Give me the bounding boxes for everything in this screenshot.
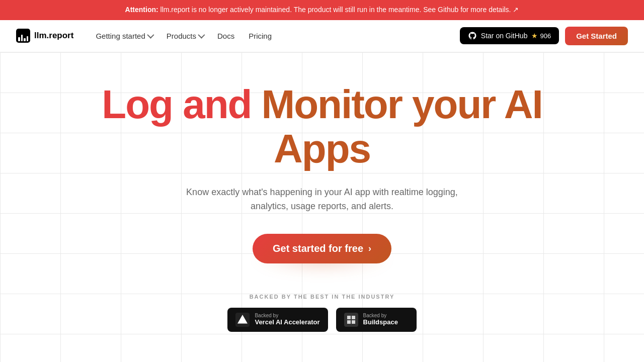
announcement-banner: Attention: llm.report is no longer activ… <box>0 0 644 20</box>
logo-icon <box>16 29 30 43</box>
announcement-arrow: ↗ <box>513 6 519 14</box>
hero-content: Log and Monitor your AI Apps Know exactl… <box>96 82 548 332</box>
hero-title-part2: Monitor your AI Apps <box>262 82 542 171</box>
logo-text: llm.report <box>34 31 73 41</box>
github-btn-label: Star on GitHub <box>481 32 528 40</box>
nav-actions: Star on GitHub ★ 906 Get Started <box>460 27 628 45</box>
vercel-icon <box>235 313 250 327</box>
buildspace-icon <box>344 313 358 327</box>
get-started-button[interactable]: Get Started <box>565 27 628 45</box>
logo-bar-3 <box>24 38 26 41</box>
github-star-count: ★ 906 <box>531 32 551 40</box>
nav-products[interactable]: Products <box>160 28 209 44</box>
logo-bar-4 <box>27 36 29 41</box>
cta-arrow-icon: › <box>368 243 371 254</box>
cta-button[interactable]: Get started for free › <box>253 234 391 263</box>
chevron-down-icon <box>198 32 205 39</box>
github-icon <box>468 31 477 40</box>
hero-section: Log and Monitor your AI Apps Know exactl… <box>0 52 644 362</box>
hero-title-part1: Log and <box>102 82 261 127</box>
hero-title: Log and Monitor your AI Apps <box>96 82 548 171</box>
backers-label: BACKED BY THE BEST IN THE INDUSTRY <box>96 294 548 300</box>
nav-links: Getting started Products Docs Pricing <box>90 28 459 44</box>
backers-logos: Backed by Vercel AI Accelerator Backed b… <box>96 308 548 332</box>
cta-wrapper: Get started for free › <box>253 234 391 263</box>
navbar-logo[interactable]: llm.report <box>16 29 73 43</box>
nav-docs[interactable]: Docs <box>211 28 240 44</box>
chevron-down-icon <box>147 32 154 39</box>
star-icon: ★ <box>531 32 538 40</box>
hero-subtitle: Know exactly what's happening in your AI… <box>171 185 473 214</box>
backer-buildspace-text: Backed by Buildspace <box>363 313 398 327</box>
backers-section: BACKED BY THE BEST IN THE INDUSTRY Backe… <box>96 294 548 332</box>
backer-vercel: Backed by Vercel AI Accelerator <box>227 308 328 332</box>
backer-buildspace: Backed by Buildspace <box>336 308 417 332</box>
navbar: llm.report Getting started Products Docs… <box>0 20 644 52</box>
nav-pricing[interactable]: Pricing <box>243 28 278 44</box>
logo-bar-1 <box>18 37 20 41</box>
announcement-prefix: Attention: <box>125 6 158 14</box>
nav-getting-started[interactable]: Getting started <box>90 28 158 44</box>
logo-bar-2 <box>21 35 23 41</box>
github-star-button[interactable]: Star on GitHub ★ 906 <box>460 27 559 44</box>
announcement-text: llm.report is no longer actively maintai… <box>160 6 511 14</box>
backer-vercel-text: Backed by Vercel AI Accelerator <box>255 313 319 327</box>
cta-label: Get started for free <box>273 243 363 254</box>
